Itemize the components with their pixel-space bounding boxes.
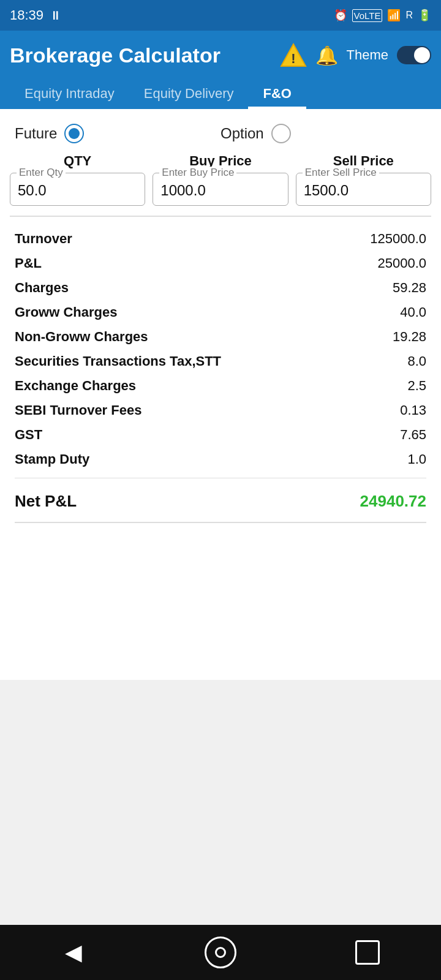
stt-row: Securities Transactions Tax,STT 8.0	[15, 349, 426, 374]
turnover-value: 125000.0	[370, 231, 426, 247]
sell-price-col: Sell Price Enter Sell Price 1500.0	[296, 153, 431, 206]
stamp-duty-row: Stamp Duty 1.0	[15, 447, 426, 472]
nav-bar: ◀	[0, 925, 441, 980]
charges-value: 59.28	[393, 280, 426, 296]
time-display: 18:39	[10, 7, 43, 23]
stt-value: 8.0	[407, 353, 426, 369]
toggle-knob	[414, 47, 430, 63]
stamp-duty-value: 1.0	[407, 451, 426, 467]
future-label: Future	[15, 125, 57, 142]
signal-icon: 📶	[387, 9, 401, 22]
qty-input-wrapper[interactable]: Enter Qty 50.0	[10, 173, 145, 206]
buy-price-input-wrapper[interactable]: Enter Buy Price 1000.0	[153, 173, 288, 206]
gst-label: GST	[15, 427, 42, 443]
qty-value[interactable]: 50.0	[18, 182, 137, 199]
non-groww-charges-label: Non-Groww Charges	[15, 329, 148, 345]
battery-icon: 🔋	[418, 9, 431, 22]
buy-price-col: Buy Price Enter Buy Price 1000.0	[153, 153, 288, 206]
tab-bar: Equity Intraday Equity Delivery F&O	[0, 77, 441, 109]
exchange-charges-label: Exchange Charges	[15, 378, 136, 394]
back-button[interactable]: ◀	[55, 934, 92, 971]
radio-group: Future Option	[0, 109, 441, 153]
sebi-fees-row: SEBI Turnover Fees 0.13	[15, 398, 426, 423]
pnl-row: P&L 25000.0	[15, 251, 426, 276]
exchange-charges-row: Exchange Charges 2.5	[15, 374, 426, 398]
groww-charges-row: Groww Charges 40.0	[15, 300, 426, 325]
net-pnl-row: Net P&L 24940.72	[15, 484, 426, 516]
app-title: Brokerage Calculator	[10, 43, 271, 67]
alarm-icon: ⏰	[334, 9, 347, 22]
svg-text:!: !	[291, 51, 295, 66]
app-bar: Brokerage Calculator ! 🔔 Theme	[0, 31, 441, 77]
media-icon: ⏸	[50, 9, 62, 23]
buy-price-value[interactable]: 1000.0	[160, 182, 280, 199]
charges-row: Charges 59.28	[15, 276, 426, 300]
stt-label: Securities Transactions Tax,STT	[15, 353, 221, 369]
turnover-row: Turnover 125000.0	[15, 227, 426, 251]
warning-icon[interactable]: !	[280, 42, 307, 69]
sell-price-input-wrapper[interactable]: Enter Sell Price 1500.0	[296, 173, 431, 206]
pnl-label: P&L	[15, 255, 42, 271]
empty-area	[0, 680, 441, 925]
main-content: Future Option QTY Enter Qty 50.0 Buy Pri…	[0, 109, 441, 680]
theme-toggle[interactable]	[397, 46, 431, 64]
sell-price-value[interactable]: 1500.0	[304, 182, 423, 199]
groww-charges-value: 40.0	[400, 304, 426, 320]
net-pnl-label: Net P&L	[15, 492, 77, 511]
non-groww-charges-row: Non-Groww Charges 19.28	[15, 325, 426, 349]
bell-icon[interactable]: 🔔	[315, 45, 338, 66]
tab-equity-delivery[interactable]: Equity Delivery	[129, 77, 249, 109]
tab-fno[interactable]: F&O	[248, 77, 306, 109]
net-pnl-value: 24940.72	[360, 492, 426, 511]
sebi-fees-label: SEBI Turnover Fees	[15, 402, 141, 418]
charges-label: Charges	[15, 280, 69, 296]
qty-col: QTY Enter Qty 50.0	[10, 153, 145, 206]
stamp-duty-label: Stamp Duty	[15, 451, 89, 467]
gst-value: 7.65	[400, 427, 426, 443]
non-groww-charges-value: 19.28	[393, 329, 426, 345]
home-button[interactable]	[202, 934, 239, 971]
option-option[interactable]: Option	[221, 124, 426, 143]
gst-row: GST 7.65	[15, 423, 426, 447]
future-radio[interactable]	[64, 124, 84, 143]
recents-button[interactable]	[349, 934, 386, 971]
sebi-fees-value: 0.13	[400, 402, 426, 418]
results-section: Turnover 125000.0 P&L 25000.0 Charges 59…	[0, 217, 441, 539]
theme-label: Theme	[347, 47, 388, 63]
net-bottom-divider	[15, 522, 426, 523]
network-r-icon: R	[405, 10, 413, 21]
future-option[interactable]: Future	[15, 124, 221, 143]
pnl-value: 25000.0	[377, 255, 426, 271]
input-row: QTY Enter Qty 50.0 Buy Price Enter Buy P…	[0, 153, 441, 216]
volte-icon: VoLTE	[352, 9, 383, 22]
home-inner-circle	[215, 947, 226, 958]
home-circle-icon	[205, 937, 236, 968]
recents-square-icon	[355, 940, 380, 965]
option-radio[interactable]	[271, 124, 291, 143]
qty-placeholder: Enter Qty	[17, 167, 66, 179]
buy-price-placeholder: Enter Buy Price	[159, 167, 236, 179]
exchange-charges-value: 2.5	[407, 378, 426, 394]
groww-charges-label: Groww Charges	[15, 304, 117, 320]
tab-equity-intraday[interactable]: Equity Intraday	[10, 77, 129, 109]
sell-price-placeholder: Enter Sell Price	[303, 167, 379, 179]
bottom-divider	[15, 478, 426, 479]
turnover-label: Turnover	[15, 231, 72, 247]
option-label: Option	[221, 125, 264, 142]
status-bar: 18:39 ⏸ ⏰ VoLTE 📶 R 🔋	[0, 0, 441, 31]
